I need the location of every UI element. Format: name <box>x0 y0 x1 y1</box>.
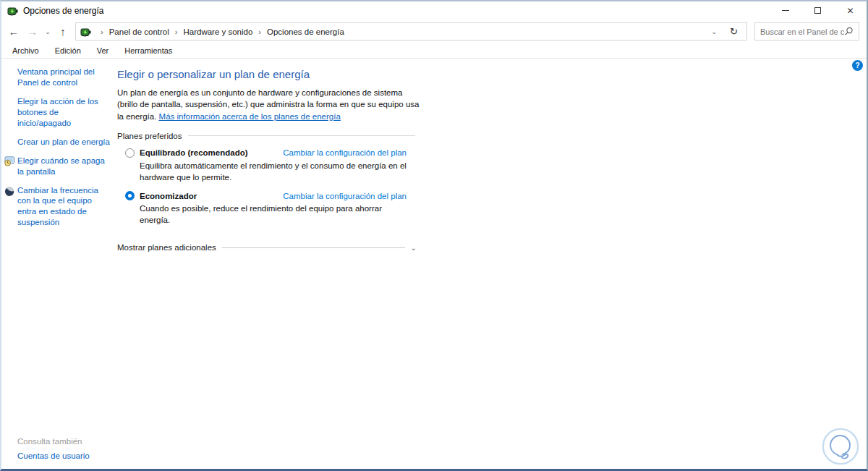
plan-radio[interactable] <box>125 191 135 200</box>
display-clock-icon <box>1 156 17 177</box>
navigation-toolbar: ← → ⌄ ↑ › Panel de control › Hardware y … <box>1 20 867 43</box>
content-area: ? Ventana principal del Panel de control… <box>1 59 867 469</box>
intro-paragraph: Un plan de energía es un conjunto de har… <box>117 87 421 122</box>
sidebar: Ventana principal del Panel de control E… <box>1 59 111 469</box>
change-plan-settings-link[interactable]: Cambiar la configuración del plan <box>283 192 407 200</box>
sidebar-link-label[interactable]: Cambiar la frecuencia con la que el equi… <box>17 185 111 229</box>
sidebar-link-label[interactable]: Elegir cuándo se apaga la pantalla <box>17 156 111 177</box>
menu-ver[interactable]: Ver <box>93 45 114 56</box>
sidebar-link-label[interactable]: Ventana principal del Panel de control <box>17 67 111 88</box>
sidebar-item-create-plan[interactable]: Crear un plan de energía <box>1 137 111 148</box>
show-additional-label: Mostrar planes adicionales <box>117 243 216 252</box>
maximize-button[interactable] <box>801 1 834 20</box>
breadcrumb-power-options[interactable]: Opciones de energía <box>267 27 344 36</box>
search-icon[interactable] <box>844 27 854 36</box>
power-options-icon <box>7 5 19 17</box>
plan-name[interactable]: Equilibrado (recomendado) <box>140 148 248 157</box>
close-button[interactable]: ✕ <box>834 1 867 20</box>
main-panel: Elegir o personalizar un plan de energía… <box>111 59 430 469</box>
breadcrumb-chevron-icon: › <box>101 27 103 36</box>
sidebar-link-label[interactable]: Crear un plan de energía <box>17 137 110 148</box>
plan-description: Equilibra automáticamente el rendimiento… <box>140 161 414 183</box>
power-options-icon <box>80 26 92 38</box>
maximize-icon <box>814 7 821 14</box>
up-button[interactable]: ↑ <box>54 25 72 38</box>
sleep-sphere-icon <box>1 185 17 229</box>
minimize-button[interactable] <box>769 1 801 20</box>
show-additional-plans[interactable]: Mostrar planes adicionales ⌄ <box>117 243 417 252</box>
sidebar-item-display-off[interactable]: Elegir cuándo se apaga la pantalla <box>1 156 111 177</box>
section-divider <box>188 135 416 136</box>
plan-header: Economizador Cambiar la configuración de… <box>117 191 407 200</box>
breadcrumb-hardware-sound[interactable]: Hardware y sonido <box>183 27 252 36</box>
window-controls: ✕ <box>769 1 867 20</box>
menu-herramientas[interactable]: Herramientas <box>120 45 176 56</box>
history-dropdown-icon[interactable]: ⌄ <box>42 28 54 35</box>
change-plan-settings-link[interactable]: Cambiar la configuración del plan <box>283 148 407 157</box>
close-icon: ✕ <box>846 7 854 15</box>
search-input[interactable] <box>760 27 844 36</box>
preferred-plans-label: Planes preferidos <box>117 132 182 140</box>
power-options-window: Opciones de energía ✕ ← → ⌄ ↑ › Panel de… <box>0 0 868 471</box>
refresh-icon[interactable]: ↻ <box>726 26 742 37</box>
icon-slot-empty <box>1 67 17 88</box>
address-bar-actions: ⌄ ↻ <box>703 26 742 37</box>
sidebar-item-user-accounts[interactable]: Cuentas de usuario <box>17 451 90 460</box>
menu-bar: Archivo Edición Ver Herramientas <box>1 43 867 59</box>
plan-row-equilibrado: Equilibrado (recomendado) Cambiar la con… <box>117 148 430 183</box>
page-title: Elegir o personalizar un plan de energía <box>117 68 430 80</box>
plan-row-economizador: Economizador Cambiar la configuración de… <box>117 191 430 226</box>
lightbulb-watermark-logo <box>821 427 860 466</box>
plan-header: Equilibrado (recomendado) Cambiar la con… <box>117 148 407 158</box>
show-additional-divider <box>222 247 405 248</box>
preferred-plans-section: Planes preferidos <box>117 132 415 140</box>
menu-edicion[interactable]: Edición <box>51 45 85 56</box>
chevron-down-icon[interactable]: ⌄ <box>411 244 417 252</box>
forward-button[interactable]: → <box>23 25 42 38</box>
help-button[interactable]: ? <box>852 60 863 71</box>
plan-description: Cuando es posible, reduce el rendimiento… <box>140 203 414 226</box>
sidebar-item-sleep-timing[interactable]: Cambiar la frecuencia con la que el equi… <box>1 185 111 229</box>
address-dropdown-icon[interactable]: ⌄ <box>703 28 726 35</box>
sidebar-item-power-buttons[interactable]: Elegir la acción de los botones de inici… <box>1 96 111 129</box>
window-title: Opciones de energía <box>23 6 103 16</box>
address-bar[interactable]: › Panel de control › Hardware y sonido ›… <box>75 22 747 41</box>
menu-archivo[interactable]: Archivo <box>8 45 43 56</box>
breadcrumb-chevron-icon: › <box>175 27 178 36</box>
icon-slot-empty <box>1 96 17 129</box>
back-button[interactable]: ← <box>4 25 23 38</box>
plan-radio[interactable] <box>125 148 135 158</box>
minimize-icon <box>782 10 789 11</box>
breadcrumb-chevron-icon: › <box>258 27 261 36</box>
plan-name[interactable]: Economizador <box>140 192 197 200</box>
more-info-link[interactable]: Más información acerca de los planes de … <box>159 112 341 121</box>
search-box[interactable] <box>754 22 859 41</box>
sidebar-item-control-panel-home[interactable]: Ventana principal del Panel de control <box>1 67 111 88</box>
title-bar: Opciones de energía ✕ <box>1 1 867 20</box>
icon-slot-empty <box>1 137 17 148</box>
sidebar-link-label[interactable]: Elegir la acción de los botones de inici… <box>17 96 111 129</box>
breadcrumb-control-panel[interactable]: Panel de control <box>109 27 169 36</box>
see-also-header: Consulta también <box>17 437 82 446</box>
